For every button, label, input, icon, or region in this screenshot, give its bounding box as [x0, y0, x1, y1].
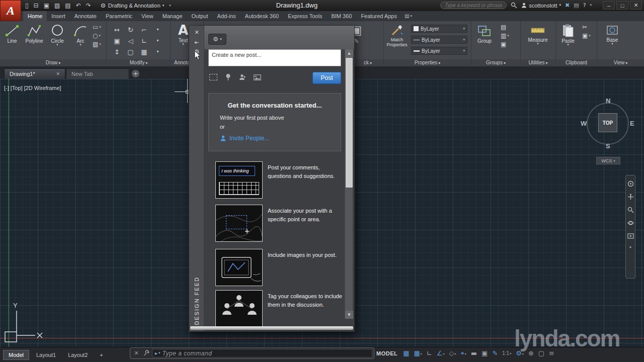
- post-button[interactable]: Post: [312, 72, 341, 84]
- help-icon[interactable]: ?: [583, 3, 586, 8]
- object-snap-icon[interactable]: ⌖▾: [460, 350, 466, 356]
- layout1-tab[interactable]: Layout1: [31, 350, 61, 359]
- pan-icon[interactable]: [627, 194, 634, 200]
- layout2-tab[interactable]: Layout2: [63, 350, 93, 359]
- navbar-caret-icon[interactable]: ▾: [629, 246, 631, 249]
- command-customize-wrench-icon[interactable]: [142, 350, 151, 356]
- array-icon[interactable]: ▦: [141, 49, 147, 55]
- command-close-icon[interactable]: ✕: [132, 350, 141, 356]
- file-tab-new[interactable]: New Tab: [66, 68, 129, 79]
- close-button[interactable]: ✕: [630, 1, 642, 10]
- file-tab-drawing1[interactable]: Drawing1* ✕: [4, 68, 65, 79]
- pin-location-icon[interactable]: [225, 73, 231, 81]
- fillet-icon[interactable]: ∟: [141, 38, 147, 44]
- line-tool-button[interactable]: Line: [1, 23, 23, 59]
- ribbon-tab-parametric[interactable]: Parametric: [101, 11, 137, 21]
- ribbon-tab-featured-apps[interactable]: Featured Apps: [356, 11, 401, 21]
- qat-customize-icon[interactable]: ▾: [169, 4, 171, 8]
- palette-scrollbar[interactable]: ▲ ▼: [345, 49, 353, 319]
- palette-autohide-icon[interactable]: ⇤: [189, 40, 204, 45]
- compass-north[interactable]: N: [606, 97, 610, 105]
- linetype-control[interactable]: ByLayer ▾: [411, 36, 467, 44]
- lineweight-control[interactable]: ByLayer ▾: [411, 47, 467, 55]
- feed-settings-button[interactable]: ⚙ ▾: [208, 34, 226, 45]
- workspace-selector[interactable]: Drafting & Annotation ▾: [100, 3, 164, 9]
- rotate-icon[interactable]: ↻: [128, 27, 133, 33]
- attach-image-icon[interactable]: [254, 74, 261, 80]
- save-as-icon[interactable]: ▨: [54, 3, 60, 9]
- compass-east[interactable]: E: [630, 120, 634, 127]
- group-selection-icon[interactable]: ▣: [501, 41, 509, 47]
- customization-icon[interactable]: ≡: [549, 350, 554, 356]
- trim-icon[interactable]: ⌐: [141, 27, 147, 33]
- cut-icon[interactable]: ✂: [582, 24, 591, 30]
- rectangle-tool-icon[interactable]: ▭ ▾: [93, 24, 101, 30]
- ungroup-icon[interactable]: ▤: [501, 24, 509, 30]
- ribbon-tab-express-tools[interactable]: Express Tools: [283, 11, 327, 21]
- snap-mode-icon[interactable]: ▦▾: [414, 350, 422, 356]
- scrollbar-thumb[interactable]: [346, 58, 353, 188]
- compass-south[interactable]: S: [606, 142, 610, 150]
- workspace-switching-icon[interactable]: ⚙▾: [516, 350, 524, 356]
- base-button[interactable]: Base ▾: [601, 23, 623, 59]
- invite-people-link[interactable]: Invite People...: [220, 135, 269, 142]
- groups-panel-label[interactable]: Groups▾: [471, 59, 520, 66]
- viewport-view-control[interactable]: [Top]: [11, 85, 23, 91]
- scale-icon[interactable]: ▢: [127, 49, 133, 55]
- sign-in-menu[interactable]: scottonstott ▾: [521, 3, 561, 9]
- move-icon[interactable]: ↔: [114, 27, 120, 33]
- command-input[interactable]: ▸▾ Type a command: [152, 349, 372, 357]
- ribbon-display-options[interactable]: ▤ ▾: [405, 11, 412, 21]
- scroll-up-icon[interactable]: ▲: [345, 49, 353, 57]
- open-file-icon[interactable]: ⊟: [34, 3, 39, 9]
- command-prompt-icon[interactable]: ▸▾: [155, 350, 160, 356]
- annotation-visibility-icon[interactable]: ✎: [492, 350, 498, 356]
- ribbon-tab-autodesk360[interactable]: Autodesk 360: [240, 11, 283, 21]
- ortho-mode-icon[interactable]: ∟: [427, 350, 432, 356]
- palette-resize-edge[interactable]: [190, 326, 353, 330]
- measure-button[interactable]: Measure ▾: [524, 23, 552, 59]
- view-panel-label[interactable]: View▾: [597, 59, 644, 66]
- search-binoculars-icon[interactable]: [511, 2, 517, 9]
- palette-title-strip[interactable]: ✕ ⇤ ⚙ DESIGN FEED: [189, 26, 204, 331]
- selection-cycling-icon[interactable]: ▣: [481, 350, 488, 356]
- ribbon-tab-bim360[interactable]: BIM 360: [327, 11, 356, 21]
- maximize-button[interactable]: □: [616, 1, 628, 10]
- plot-icon[interactable]: ▤: [65, 3, 70, 9]
- new-layout-button[interactable]: +: [95, 350, 108, 359]
- model-space-button[interactable]: MODEL: [376, 350, 397, 356]
- arc-tool-button[interactable]: Arc ▾: [69, 23, 92, 59]
- ellipse-tool-icon[interactable]: ○ ▾: [93, 33, 101, 39]
- annotation-monitor-icon[interactable]: ⊕: [528, 350, 534, 356]
- redo-icon[interactable]: ↷: [86, 3, 91, 9]
- new-drawing-plus-button[interactable]: +: [132, 70, 139, 77]
- minimize-button[interactable]: –: [603, 1, 615, 10]
- ribbon-tab-addins[interactable]: Add-ins: [213, 11, 240, 21]
- utilities-panel-label[interactable]: Utilities▾: [521, 59, 555, 66]
- wcs-menu[interactable]: WCS ▾: [596, 157, 620, 164]
- application-menu-button[interactable]: A: [0, 0, 21, 21]
- scroll-down-icon[interactable]: ▼: [345, 311, 353, 319]
- new-post-input[interactable]: Create a new post...: [208, 49, 341, 66]
- ribbon-tab-output[interactable]: Output: [187, 11, 213, 21]
- modify-flyout-icon-3[interactable]: ▾: [156, 50, 158, 54]
- annotation-scale-icon[interactable]: 1:1▾: [502, 350, 511, 356]
- modify-flyout-icon-1[interactable]: ▾: [156, 28, 158, 32]
- compass-west[interactable]: W: [581, 120, 587, 127]
- search-input[interactable]: [440, 2, 507, 9]
- group-edit-icon[interactable]: ▥▾: [501, 33, 509, 39]
- showmotion-icon[interactable]: [627, 233, 634, 239]
- isometric-drafting-icon[interactable]: ◇▾: [449, 350, 456, 356]
- circle-tool-button[interactable]: Circle ▾: [46, 23, 68, 59]
- ribbon-tab-view[interactable]: View: [137, 11, 158, 21]
- object-color-control[interactable]: ByLayer ▾: [411, 25, 467, 33]
- mirror-icon[interactable]: ◁: [128, 38, 133, 44]
- palette-close-icon[interactable]: ✕: [189, 30, 204, 35]
- stretch-icon[interactable]: ↕: [114, 49, 120, 55]
- group-button[interactable]: Group: [473, 23, 496, 59]
- ribbon-tab-home[interactable]: Home: [23, 11, 47, 21]
- undo-icon[interactable]: ↶: [76, 3, 81, 9]
- paste-button[interactable]: Paste ▾: [557, 23, 579, 59]
- file-tab-close-icon[interactable]: ✕: [56, 72, 60, 76]
- ribbon-tab-manage[interactable]: Manage: [158, 11, 187, 21]
